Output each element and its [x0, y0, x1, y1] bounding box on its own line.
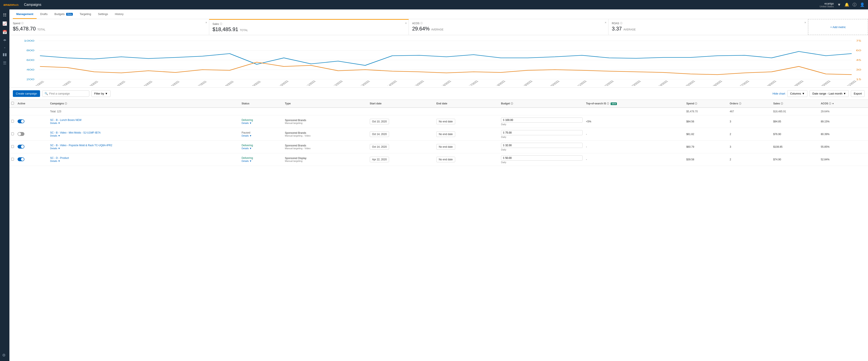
row-start-date-cell: Oct 14, 2020	[368, 128, 435, 141]
sales-info-icon[interactable]: ⓘ	[220, 22, 222, 26]
sidebar-item-calendar[interactable]: 📅	[1, 28, 8, 36]
spend-info-icon[interactable]: ⓘ	[21, 22, 24, 25]
dropdown-icon[interactable]: ▼	[837, 3, 841, 7]
row-checkbox-0[interactable]	[11, 120, 14, 122]
row-checkbox-3[interactable]	[11, 158, 14, 161]
settings-icon[interactable]: ⚙	[2, 353, 6, 358]
budget-dollar-1: $	[503, 131, 504, 134]
end-date-btn-2[interactable]: No end date	[436, 144, 455, 150]
sales-close-btn[interactable]: ×	[405, 22, 407, 25]
budget-amount-input-3[interactable]	[505, 157, 522, 160]
budget-info-icon[interactable]: ⓘ	[510, 102, 513, 105]
budget-dollar-0: $	[503, 118, 504, 121]
hide-chart-link[interactable]: Hide chart	[773, 92, 785, 95]
select-all-checkbox[interactable]	[11, 102, 14, 105]
end-date-btn-3[interactable]: No end date	[436, 157, 455, 162]
end-date-btn-0[interactable]: No end date	[436, 119, 455, 124]
sales-th-info-icon[interactable]: ⓘ	[781, 102, 783, 105]
top-of-search-value-1: -	[586, 133, 587, 136]
campaign-details-link-3[interactable]: Details ▼	[50, 160, 60, 162]
metrics-row: Spend ⓘ $5,478.70 TOTAL × Sales ⓘ $18,48…	[9, 19, 868, 35]
campaigns-info-icon[interactable]: ⓘ	[65, 102, 67, 105]
tab-management[interactable]: Management	[13, 9, 37, 19]
campaign-name-link-3[interactable]: SC - D - Product	[50, 157, 69, 160]
sidebar-item-dashboard[interactable]: ☷	[1, 11, 8, 19]
start-date-btn-1[interactable]: Oct 14, 2020	[370, 131, 389, 137]
campaign-name-link-2[interactable]: SC - B - Video - Popsicle Mold & Rack TC…	[50, 144, 112, 147]
budget-amount-input-1[interactable]	[505, 131, 522, 134]
campaign-toggle-0[interactable]	[18, 119, 24, 123]
sidebar-expand-btn[interactable]: »	[4, 46, 5, 49]
svg-text:15: 15	[856, 78, 861, 81]
create-campaign-button[interactable]: Create campaign	[13, 90, 40, 97]
campaign-type-3: Sponsored Display	[285, 157, 366, 160]
spend-th-info-icon[interactable]: ⓘ	[695, 102, 697, 105]
start-date-btn-3[interactable]: Apr 22, 2020	[370, 157, 389, 162]
columns-label: Columns	[790, 92, 801, 95]
filter-chevron-icon: ▼	[105, 92, 108, 95]
campaign-name-link-0[interactable]: SC - B - Lunch Boxes NEW	[50, 118, 82, 121]
export-button[interactable]: Export	[851, 90, 865, 97]
tab-targeting[interactable]: Targeting	[76, 9, 94, 19]
campaign-toggle-1[interactable]	[18, 132, 24, 136]
row-toggle-cell	[16, 128, 49, 141]
sidebar-item-shield[interactable]: ☂	[1, 37, 8, 45]
status-details-link-3[interactable]: Details ▼	[242, 160, 252, 162]
filter-by-button[interactable]: Filter by ▼	[91, 90, 111, 97]
search-campaign-input[interactable]	[49, 92, 87, 95]
metric-spend: Spend ⓘ $5,478.70 TOTAL ×	[9, 19, 209, 35]
row-checkbox-1[interactable]	[11, 133, 14, 135]
tos-info-icon[interactable]: ⓘ	[607, 102, 609, 105]
help-icon[interactable]: ⓘ	[852, 2, 857, 7]
status-details-link-0[interactable]: Details ▼	[242, 122, 252, 124]
spend-suffix: TOTAL	[37, 28, 45, 31]
acos-close-btn[interactable]: ×	[604, 21, 607, 24]
roas-close-btn[interactable]: ×	[804, 21, 806, 24]
roas-info-icon[interactable]: ⓘ	[620, 22, 622, 25]
columns-button[interactable]: Columns ▼	[787, 90, 807, 97]
row-tos-cell: <5%	[584, 115, 684, 128]
row-spend-cell: $39.58	[684, 153, 728, 166]
sidebar-item-analytics[interactable]: 📈	[1, 20, 8, 27]
spend-close-btn[interactable]: ×	[205, 21, 207, 24]
top-of-search-value-3: -	[586, 158, 587, 161]
acos-th-info-icon[interactable]: ⓘ	[829, 102, 831, 105]
row-sales-cell: $94.85	[771, 115, 819, 128]
start-date-btn-2[interactable]: Oct 14, 2020	[370, 144, 389, 150]
acos-info-icon[interactable]: ⓘ	[420, 22, 423, 25]
budget-amount-input-0[interactable]	[505, 118, 522, 121]
campaign-toggle-3[interactable]	[18, 157, 24, 161]
sidebar-item-bar-chart[interactable]: ▮▮	[1, 51, 8, 58]
campaign-details-link-2[interactable]: Details ▼	[50, 147, 60, 150]
tab-settings[interactable]: Settings	[95, 9, 112, 19]
campaign-details-link-1[interactable]: Details ▼	[50, 134, 60, 137]
total-end-cell	[435, 108, 499, 115]
th-acos[interactable]: ACOS ⓘ	[819, 100, 868, 108]
campaign-name-link-1[interactable]: SC - B - Video - Mini Molds - SJ-U1MF-IB…	[50, 131, 101, 134]
row-status-cell: Delivering Details ▼	[240, 141, 283, 153]
start-date-btn-0[interactable]: Oct 10, 2020	[370, 119, 389, 124]
row-checkbox-2[interactable]	[11, 145, 14, 148]
acos-value-3: 52.84%	[821, 158, 830, 161]
budget-amount-input-2[interactable]	[505, 144, 522, 147]
budget-type-0: Daily	[501, 123, 583, 126]
tab-budgets[interactable]: Budgets Beta	[51, 9, 76, 19]
tab-history[interactable]: History	[112, 9, 127, 19]
sidebar-item-layers[interactable]: ☰	[1, 59, 8, 67]
date-range-button[interactable]: Date range - Last month ▼	[810, 90, 849, 97]
chart-container: 1000 800 600 400 200 75 60 45 30 15	[13, 38, 865, 86]
add-metric-btn[interactable]: + Add metric	[808, 19, 868, 35]
notifications-icon[interactable]: 🔔	[844, 2, 849, 7]
orders-info-icon[interactable]: ⓘ	[739, 102, 741, 105]
metric-roas-value: 3.37 AVERAGE	[612, 26, 805, 32]
end-date-btn-1[interactable]: No end date	[436, 131, 455, 137]
status-details-link-2[interactable]: Details ▼	[242, 147, 252, 150]
row-end-date-cell: No end date	[435, 115, 499, 128]
tab-drafts[interactable]: Drafts	[37, 9, 51, 19]
campaign-details-link-0[interactable]: Details ▼	[50, 122, 60, 124]
user-account-icon[interactable]: 👤	[860, 2, 865, 7]
svg-text:3/17/2022: 3/17/2022	[466, 80, 479, 86]
status-details-link-1[interactable]: Details ▼	[242, 134, 252, 137]
total-acos-cell: 29.64%	[819, 108, 868, 115]
campaign-toggle-2[interactable]	[18, 145, 24, 148]
